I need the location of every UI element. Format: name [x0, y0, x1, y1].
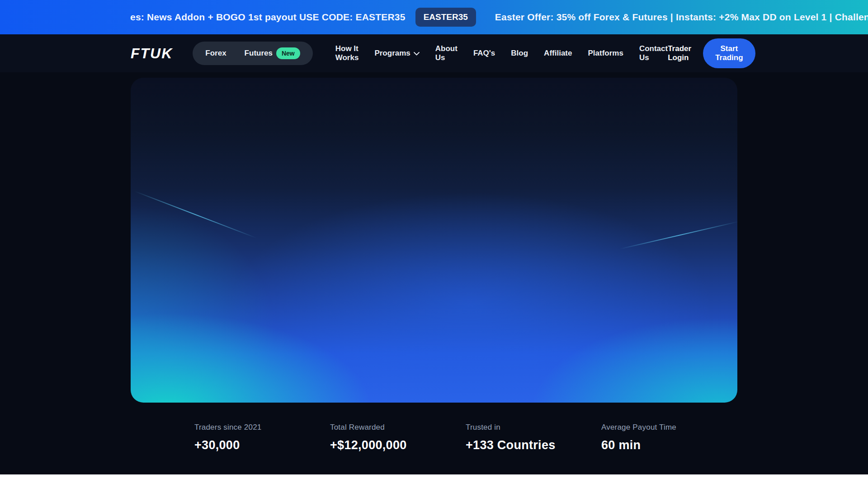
stat-value: +133 Countries [466, 438, 601, 452]
toggle-forex-label: Forex [205, 49, 226, 58]
nav-right: Trader Login Start Trading [668, 38, 755, 68]
stat-rewarded: Total Rewarded +$12,000,000 [330, 423, 466, 452]
stat-payout-time: Average Payout Time 60 min [601, 423, 737, 452]
bottom-strip [0, 474, 868, 488]
start-trading-button[interactable]: Start Trading [703, 38, 755, 68]
nav-item-label: Programs [374, 49, 410, 58]
stat-label: Total Rewarded [330, 423, 466, 432]
toggle-forex[interactable]: Forex [196, 45, 235, 62]
light-streak-right [620, 221, 737, 249]
stat-traders: Traders since 2021 +30,000 [194, 423, 330, 452]
nav-item-label: Platforms [588, 49, 623, 58]
toggle-futures[interactable]: Futures New [236, 43, 309, 63]
logo[interactable]: FTUK [131, 45, 173, 62]
nav-item-label: Contact Us [639, 44, 668, 62]
nav-item-contact-us[interactable]: Contact Us [639, 44, 668, 62]
stats-row: Traders since 2021 +30,000 Total Rewarde… [194, 423, 737, 452]
promo-message-right: Easter Offer: 35% off Forex & Futures | … [495, 12, 868, 23]
nav-item-platforms[interactable]: Platforms [588, 49, 623, 58]
chevron-down-icon [414, 52, 420, 56]
nav-item-faqs[interactable]: FAQ's [473, 49, 495, 58]
promo-code-badge: EASTER35 [415, 8, 476, 27]
stat-label: Trusted in [466, 423, 601, 432]
navbar: FTUK Forex Futures New How It Works Prog… [0, 34, 868, 72]
new-badge: New [276, 47, 300, 59]
nav-item-affiliate[interactable]: Affiliate [544, 49, 572, 58]
nav-item-label: Blog [511, 49, 528, 58]
nav-item-label: How It Works [335, 44, 359, 62]
nav-item-label: FAQ's [473, 49, 495, 58]
toggle-futures-label: Futures [245, 49, 273, 58]
nav-item-about-us[interactable]: About Us [435, 44, 458, 62]
nav-item-label: Affiliate [544, 49, 572, 58]
promo-message-left: es: News Addon + BOGO 1st payout USE COD… [130, 12, 406, 23]
stat-value: +30,000 [194, 438, 330, 452]
light-streak-left [134, 191, 257, 239]
nav-item-programs[interactable]: Programs [374, 49, 419, 58]
stat-value: +$12,000,000 [330, 438, 466, 452]
stat-value: 60 min [601, 438, 737, 452]
stat-label: Average Payout Time [601, 423, 737, 432]
market-toggle: Forex Futures New [193, 42, 312, 65]
stat-countries: Trusted in +133 Countries [466, 423, 601, 452]
nav-item-blog[interactable]: Blog [511, 49, 528, 58]
nav-item-how-it-works[interactable]: How It Works [335, 44, 359, 62]
promo-marquee: es: News Addon + BOGO 1st payout USE COD… [0, 8, 868, 27]
trader-login-link[interactable]: Trader Login [668, 44, 691, 62]
hero-banner [131, 78, 737, 403]
promo-banner: es: News Addon + BOGO 1st payout USE COD… [0, 0, 868, 34]
stat-label: Traders since 2021 [194, 423, 330, 432]
nav-item-label: About Us [435, 44, 458, 62]
nav-links: How It Works Programs About Us FAQ's Blo… [335, 44, 668, 62]
